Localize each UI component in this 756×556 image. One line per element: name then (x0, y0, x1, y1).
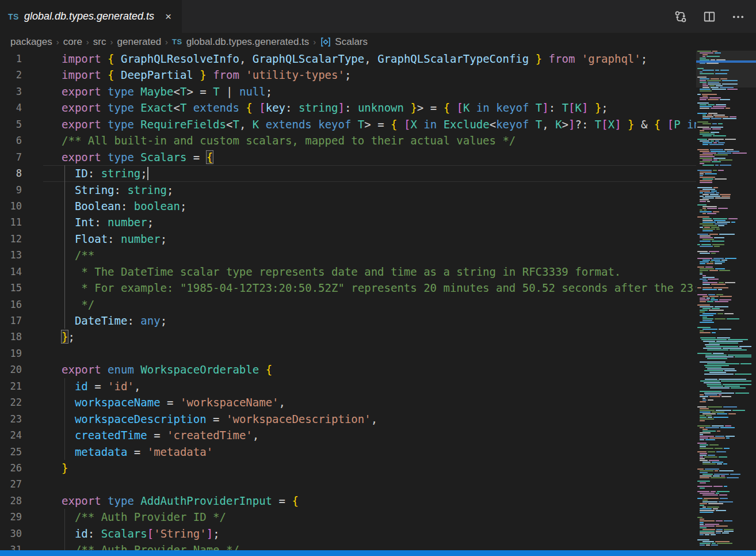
line-number: 15 (0, 280, 43, 296)
tab-global-db-types[interactable]: TS global.db.types.generated.ts × (0, 0, 182, 33)
minimap-line (697, 310, 751, 311)
minimap-line (697, 237, 751, 238)
open-changes-icon[interactable] (673, 9, 688, 24)
breadcrumb-core[interactable]: core (63, 36, 82, 48)
minimap[interactable] (696, 51, 756, 550)
code-line[interactable]: 1import { GraphQLResolveInfo, GraphQLSca… (0, 51, 696, 67)
minimap-line (697, 403, 751, 404)
minimap-line (697, 507, 751, 508)
minimap-line (697, 97, 751, 98)
minimap-line (697, 429, 751, 430)
line-number: 20 (0, 361, 43, 378)
breadcrumb-src[interactable]: src (93, 36, 106, 48)
minimap-line (697, 396, 751, 397)
code-line[interactable]: 17 DateTime: any; (0, 313, 696, 329)
code-line[interactable]: 24 createdTime = 'createdTime', (0, 427, 696, 443)
code-line[interactable]: 14 * The DateTime scalar type represents… (0, 264, 696, 280)
code-line[interactable]: 8 ID: string; (0, 165, 696, 181)
code-line[interactable]: 27 (0, 476, 696, 492)
minimap-line (697, 401, 751, 402)
line-number: 1 (0, 51, 43, 67)
minimap-line (697, 394, 751, 395)
minimap-line (697, 308, 751, 309)
code-line[interactable]: 16 */ (0, 296, 696, 313)
code-line[interactable]: 6/** All built-in and custom scalars, ma… (0, 132, 696, 148)
code-line[interactable]: 28export type AddAuthProviderInput = { (0, 493, 696, 509)
minimap-line (697, 387, 751, 389)
minimap-line (697, 424, 751, 425)
minimap-line (697, 166, 751, 167)
minimap-line (697, 199, 751, 200)
minimap-line (697, 520, 751, 521)
code-line[interactable]: 9 String: string; (0, 182, 696, 198)
minimap-line (697, 191, 751, 192)
minimap-line (697, 363, 751, 364)
code-line[interactable]: 21 id = 'id', (0, 378, 696, 394)
code-text: import { GraphQLResolveInfo, GraphQLScal… (43, 51, 696, 67)
minimap-line (697, 541, 751, 542)
code-line[interactable]: 20export enum WorkspaceOrderable { (0, 361, 696, 378)
breadcrumb-symbol[interactable]: Scalars (320, 36, 368, 48)
code-line[interactable]: 26} (0, 460, 696, 476)
minimap-line (697, 234, 751, 235)
minimap-line (697, 479, 751, 480)
code-lines[interactable]: 1import { GraphQLResolveInfo, GraphQLSca… (0, 51, 696, 550)
minimap-line (697, 431, 751, 432)
minimap-line (697, 170, 751, 171)
minimap-line (697, 304, 751, 306)
minimap-line (697, 127, 751, 128)
minimap-line (697, 367, 751, 368)
minimap-line (697, 374, 751, 375)
code-line[interactable]: 15 * For example: "1985-04-12T23:20:50.5… (0, 280, 696, 296)
minimap-line (697, 348, 751, 349)
breadcrumb-packages[interactable]: packages (10, 36, 52, 48)
minimap-line (697, 121, 751, 123)
minimap-line (697, 285, 751, 287)
code-line[interactable]: 31 /** Auth Provider Name */ (0, 542, 696, 550)
minimap-line (697, 273, 751, 275)
code-line[interactable]: 18}; (0, 329, 696, 345)
code-line[interactable]: 19 (0, 345, 696, 361)
minimap-line (697, 469, 751, 470)
minimap-slider[interactable] (696, 51, 756, 87)
line-number: 22 (0, 394, 43, 410)
minimap-line (697, 427, 751, 428)
line-number: 7 (0, 149, 43, 165)
minimap-line (697, 503, 751, 504)
minimap-line (697, 425, 751, 426)
code-line[interactable]: 10 Boolean: boolean; (0, 198, 696, 214)
minimap-line (697, 279, 751, 280)
code-line[interactable]: 11 Int: number; (0, 214, 696, 230)
breadcrumb-file[interactable]: TS global.db.types.generated.ts (172, 36, 309, 48)
code-line[interactable]: 22 workspaceName = 'workspaceName', (0, 394, 696, 410)
tab-close-icon[interactable]: × (165, 11, 171, 22)
code-line[interactable]: 2import { DeepPartial } from 'utility-ty… (0, 67, 696, 83)
minimap-line (697, 227, 751, 228)
code-line[interactable]: 25 metadata = 'metadata' (0, 444, 696, 460)
minimap-line (697, 418, 751, 420)
code-line[interactable]: 29 /** Auth Provider ID */ (0, 509, 696, 525)
minimap-line (697, 106, 751, 107)
typescript-file-icon: TS (172, 37, 182, 46)
minimap-line (697, 470, 751, 471)
breadcrumb-generated[interactable]: generated (117, 36, 162, 48)
code-line[interactable]: 7export type Scalars = { (0, 149, 696, 165)
code-line[interactable]: 12 Float: number; (0, 231, 696, 247)
split-editor-icon[interactable] (702, 9, 717, 24)
minimap-line (697, 489, 751, 490)
code-line[interactable]: 3export type Maybe<T> = T | null; (0, 83, 696, 100)
minimap-line (697, 168, 751, 169)
code-line[interactable]: 5export type RequireFields<T, K extends … (0, 116, 696, 132)
minimap-line (697, 156, 751, 157)
typescript-file-icon: TS (8, 12, 19, 21)
line-number: 13 (0, 247, 43, 263)
code-line[interactable]: 30 id: Scalars['String']; (0, 525, 696, 542)
code-line[interactable]: 23 workspaceDescription = 'workspaceDesc… (0, 411, 696, 427)
code-text: export type Maybe<T> = T | null; (43, 83, 696, 100)
minimap-line (697, 474, 751, 475)
code-line[interactable]: 13 /** (0, 247, 696, 263)
more-actions-icon[interactable] (731, 9, 746, 24)
code-line[interactable]: 4export type Exact<T extends { [key: str… (0, 100, 696, 116)
line-number: 6 (0, 132, 43, 148)
code-text: export type RequireFields<T, K extends k… (43, 116, 696, 132)
